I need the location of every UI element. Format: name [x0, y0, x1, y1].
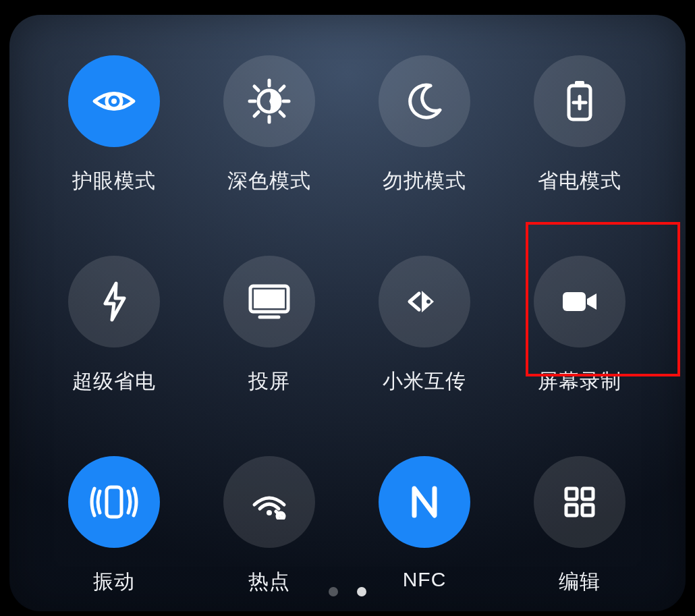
tile-dnd[interactable]: 勿扰模式 — [347, 55, 502, 195]
tile-label: NFC — [403, 568, 447, 591]
tile-label: 小米互传 — [383, 368, 466, 395]
page-dot-2[interactable] — [357, 587, 366, 596]
moon-icon[interactable] — [379, 55, 470, 147]
svg-point-1 — [111, 99, 117, 104]
dark-icon[interactable] — [223, 55, 315, 147]
tile-label: 屏幕录制 — [538, 368, 621, 395]
nfc-icon[interactable] — [379, 456, 470, 548]
svg-line-8 — [280, 112, 284, 116]
tile-label: 深色模式 — [227, 167, 311, 195]
tile-dark-mode[interactable]: 深色模式 — [192, 55, 347, 195]
svg-rect-19 — [563, 292, 586, 311]
svg-line-9 — [254, 112, 258, 116]
tile-label: 超级省电 — [72, 368, 156, 395]
grid-icon[interactable] — [534, 456, 626, 548]
tile-eye-care[interactable]: 护眼模式 — [36, 55, 192, 195]
tile-ultra-saver[interactable]: 超级省电 — [36, 256, 192, 395]
tile-battery-saver[interactable]: 省电模式 — [502, 55, 657, 195]
tile-label: 热点 — [248, 568, 290, 596]
tile-label: 省电模式 — [538, 167, 621, 195]
svg-rect-24 — [582, 488, 593, 499]
svg-point-21 — [267, 510, 272, 515]
bolt-icon[interactable] — [68, 256, 160, 347]
quick-settings-grid: 护眼模式深色模式勿扰模式省电模式超级省电投屏小米互传屏幕录制振动热点NFC编辑 — [36, 55, 657, 596]
tile-label: 振动 — [93, 568, 135, 596]
tile-label: 编辑 — [559, 568, 601, 596]
tile-label: 护眼模式 — [72, 167, 156, 195]
svg-rect-25 — [566, 505, 577, 515]
svg-line-7 — [254, 86, 258, 90]
tile-vibrate[interactable]: 振动 — [36, 456, 192, 596]
control-center-panel: 护眼模式深色模式勿扰模式省电模式超级省电投屏小米互传屏幕录制振动热点NFC编辑 — [9, 15, 686, 611]
svg-rect-20 — [107, 487, 121, 517]
screen-icon[interactable] — [223, 256, 315, 347]
tile-label: 勿扰模式 — [383, 167, 466, 195]
svg-rect-16 — [254, 289, 285, 308]
tile-screen-record[interactable]: 屏幕录制 — [502, 256, 657, 395]
page-dot-1[interactable] — [329, 587, 338, 596]
tile-cast[interactable]: 投屏 — [192, 256, 347, 395]
battery-plus-icon[interactable] — [534, 55, 626, 147]
svg-point-18 — [426, 300, 430, 304]
page-indicator[interactable] — [329, 587, 366, 596]
tile-mi-share[interactable]: 小米互传 — [347, 256, 502, 395]
svg-rect-23 — [566, 488, 577, 499]
tile-edit[interactable]: 编辑 — [502, 456, 657, 596]
hotspot-icon[interactable] — [223, 456, 315, 548]
svg-rect-26 — [582, 505, 593, 515]
tile-nfc[interactable]: NFC — [347, 456, 502, 596]
svg-line-10 — [280, 86, 284, 90]
video-icon[interactable] — [534, 256, 626, 347]
tile-hotspot[interactable]: 热点 — [192, 456, 347, 596]
share-icon[interactable] — [379, 256, 470, 347]
vibrate-icon[interactable] — [68, 456, 160, 548]
eye-icon[interactable] — [68, 55, 160, 147]
svg-rect-12 — [575, 81, 584, 86]
tile-label: 投屏 — [248, 368, 290, 395]
